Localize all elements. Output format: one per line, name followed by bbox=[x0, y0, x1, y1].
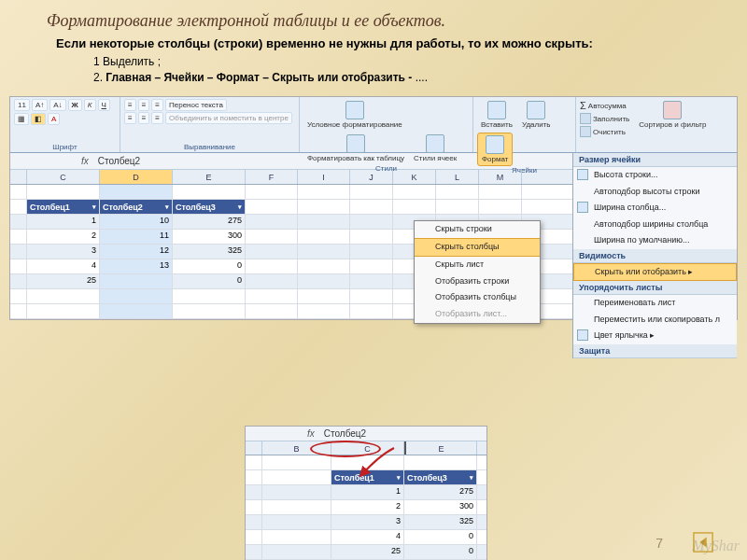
format-as-table-button[interactable]: Форматировать как таблицу bbox=[303, 133, 408, 164]
scol-B[interactable]: B bbox=[262, 441, 331, 455]
step-1: 1 Выделить ; bbox=[93, 54, 747, 70]
sort-filter-button[interactable]: Сортиров и фильтр bbox=[635, 99, 710, 138]
fm-head-sheets: Упорядочить листы bbox=[573, 281, 737, 295]
autosum-button[interactable]: ΣАвтосумма bbox=[580, 99, 629, 112]
fill-color-button[interactable]: ◧ bbox=[31, 113, 46, 125]
fm-default-width[interactable]: Ширина по умолчанию... bbox=[573, 232, 737, 249]
fm-row-height[interactable]: Высота строки... bbox=[573, 167, 737, 184]
col-C[interactable]: C bbox=[27, 170, 100, 184]
description: Если некоторые столбцы (строки) временно… bbox=[0, 36, 747, 54]
ctx-show-sheet: Отобразить лист... bbox=[415, 306, 540, 323]
font-group-label: Шрифт bbox=[14, 143, 116, 152]
col-K[interactable]: K bbox=[393, 170, 436, 184]
align-right-button[interactable]: ≡ bbox=[151, 112, 163, 124]
ctx-show-cols[interactable]: Отобразить столбцы bbox=[415, 289, 540, 306]
ctx-hide-cols[interactable]: Скрыть столбцы bbox=[415, 238, 540, 257]
table-header-1[interactable]: Столбец1▾ bbox=[27, 200, 100, 214]
fx-icon-small: fx bbox=[302, 428, 320, 439]
stable-header-1[interactable]: Столбец1▾ bbox=[331, 470, 404, 484]
align-mid-button[interactable]: ≡ bbox=[138, 99, 150, 111]
fm-head-visibility: Видимость bbox=[573, 249, 737, 263]
fm-move-copy[interactable]: Переместить или скопировать л bbox=[573, 312, 737, 329]
delete-button[interactable]: Удалить bbox=[518, 99, 555, 131]
page-number: 7 bbox=[655, 536, 663, 551]
merge-button[interactable]: Объединить и поместить в центре bbox=[165, 112, 292, 124]
fm-head-size: Размер ячейки bbox=[573, 153, 737, 167]
font-color-button[interactable]: A bbox=[48, 113, 60, 125]
excel-main-window: 11 A↑ A↓ Ж К Ч ▦ ◧ A Шрифт ≡ ≡ ≡ Перенос… bbox=[9, 96, 738, 320]
fm-rename-sheet[interactable]: Переименовать лист bbox=[573, 295, 737, 312]
col-I[interactable]: I bbox=[298, 170, 350, 184]
format-button[interactable]: Формат bbox=[477, 133, 513, 166]
col-D[interactable]: D bbox=[100, 170, 173, 184]
fm-head-protection: Защита bbox=[573, 344, 737, 358]
fill-icon bbox=[580, 113, 591, 124]
fm-hide-show[interactable]: Скрыть или отобразить ▸ bbox=[573, 263, 737, 282]
col-M[interactable]: M bbox=[479, 170, 522, 184]
slide-title: Форматирование электронной таблицы и ее … bbox=[0, 0, 747, 36]
col-J[interactable]: J bbox=[350, 170, 393, 184]
ribbon-styles-group: Условное форматирование Форматировать ка… bbox=[300, 97, 473, 152]
ctx-show-rows[interactable]: Отобразить строки bbox=[415, 273, 540, 290]
align-left-button[interactable]: ≡ bbox=[124, 112, 136, 124]
grow-font-button[interactable]: A↑ bbox=[32, 99, 48, 111]
align-bot-button[interactable]: ≡ bbox=[151, 99, 163, 111]
scol-E[interactable]: E bbox=[404, 441, 477, 455]
wrap-text-button[interactable]: Перенос текста bbox=[165, 99, 227, 111]
col-width-icon bbox=[577, 202, 588, 213]
format-dropdown-menu: Размер ячейки Высота строки... Автоподбо… bbox=[572, 153, 737, 358]
fm-autofit-row[interactable]: Автоподбор высоты строки bbox=[573, 184, 737, 201]
shrink-font-button[interactable]: A↓ bbox=[49, 99, 65, 111]
align-center-button[interactable]: ≡ bbox=[138, 112, 150, 124]
cell-styles-button[interactable]: Стили ячеек bbox=[410, 133, 460, 164]
ctx-hide-sheet[interactable]: Скрыть лист bbox=[415, 257, 540, 273]
formula-value[interactable]: Столбец2 bbox=[94, 156, 140, 166]
ribbon-editing-group: ΣАвтосумма Заполнить Очистить Сортиров и… bbox=[576, 97, 737, 152]
col-L[interactable]: L bbox=[436, 170, 479, 184]
fm-tab-color[interactable]: Цвет ярлычка ▸ bbox=[573, 328, 737, 344]
align-top-button[interactable]: ≡ bbox=[124, 99, 136, 111]
formula-value-small: Столбец2 bbox=[320, 428, 366, 439]
insert-button[interactable]: Вставить bbox=[477, 99, 516, 131]
col-E[interactable]: E bbox=[173, 170, 246, 184]
step-2: 2. Главная – Ячейки – Формат – Скрыть ил… bbox=[93, 70, 747, 86]
stable-header-2[interactable]: Столбец3▾ bbox=[404, 470, 477, 484]
ribbon-align-group: ≡ ≡ ≡ Перенос текста ≡ ≡ ≡ Объединить и … bbox=[120, 97, 300, 152]
italic-button[interactable]: К bbox=[84, 99, 96, 111]
fill-button[interactable]: Заполнить bbox=[580, 112, 629, 125]
row-height-icon bbox=[577, 169, 588, 180]
ctx-hide-rows[interactable]: Скрыть строки bbox=[415, 221, 540, 238]
table-header-2[interactable]: Столбец2▾ bbox=[100, 200, 173, 214]
excel-result-window: fx Столбец2 B C E Столбец1▾ Столбец3▾ 12… bbox=[245, 426, 487, 560]
font-size-select[interactable]: 11 bbox=[14, 99, 30, 111]
clear-button[interactable]: Очистить bbox=[580, 125, 629, 138]
fx-icon: fx bbox=[76, 156, 94, 166]
ribbon-cells-group: Вставить Удалить Формат Ячейки bbox=[473, 97, 576, 152]
border-button[interactable]: ▦ bbox=[14, 113, 29, 125]
watermark: MyShar bbox=[692, 538, 740, 554]
col-F[interactable]: F bbox=[246, 170, 298, 184]
fm-col-width[interactable]: Ширина столбца... bbox=[573, 200, 737, 217]
clear-icon bbox=[580, 126, 591, 137]
cond-format-button[interactable]: Условное форматирование bbox=[303, 99, 406, 131]
ribbon: 11 A↑ A↓ Ж К Ч ▦ ◧ A Шрифт ≡ ≡ ≡ Перенос… bbox=[10, 97, 737, 153]
align-group-label: Выравнивание bbox=[124, 143, 295, 152]
table-header-3[interactable]: Столбец3▾ bbox=[173, 200, 246, 214]
scol-C[interactable]: C bbox=[331, 441, 404, 455]
ribbon-font-group: 11 A↑ A↓ Ж К Ч ▦ ◧ A Шрифт bbox=[10, 97, 120, 152]
hide-show-submenu: Скрыть строки Скрыть столбцы Скрыть лист… bbox=[414, 220, 541, 323]
tab-color-icon bbox=[577, 329, 588, 341]
fm-autofit-col[interactable]: Автоподбор ширины столбца bbox=[573, 217, 737, 233]
bold-button[interactable]: Ж bbox=[68, 99, 82, 111]
steps: 1 Выделить ; 2. Главная – Ячейки – Форма… bbox=[0, 54, 747, 93]
underline-button[interactable]: Ч bbox=[98, 99, 110, 111]
